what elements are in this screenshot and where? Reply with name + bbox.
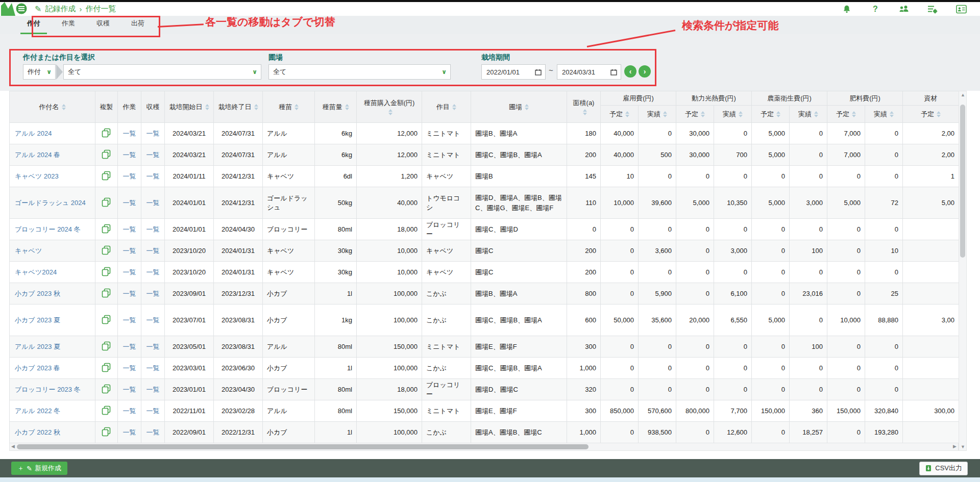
scroll-down-arrow[interactable]: ▼: [961, 444, 965, 449]
copy-button[interactable]: [102, 224, 111, 234]
work-list-link[interactable]: 一覧: [123, 151, 136, 159]
copy-button[interactable]: [102, 427, 111, 437]
work-list-link[interactable]: 一覧: [123, 364, 136, 372]
app-logo-icon[interactable]: [1, 2, 31, 16]
planting-name-link[interactable]: ブロッコリー 2024 冬: [15, 225, 81, 233]
planting-name-link[interactable]: キャベツ: [15, 247, 42, 255]
scroll-right-arrow[interactable]: ▶: [953, 444, 957, 449]
field-select[interactable]: 全て∨: [268, 64, 451, 80]
harvest-list-link[interactable]: 一覧: [146, 268, 160, 276]
harvest-list-link[interactable]: 一覧: [146, 428, 160, 436]
planting-select[interactable]: 全て∨: [63, 64, 261, 80]
subcol-plan[interactable]: 予定: [676, 106, 714, 123]
planting-name-link[interactable]: ブロッコリー 2023 冬: [15, 386, 81, 393]
col-header-field[interactable]: 圃場: [471, 91, 567, 123]
planting-name-link[interactable]: アルル 2022 冬: [15, 407, 60, 415]
work-list-link[interactable]: 一覧: [123, 407, 136, 415]
tab-work[interactable]: 作業: [55, 19, 82, 34]
harvest-list-link[interactable]: 一覧: [146, 407, 160, 415]
csv-export-button[interactable]: CSV出力: [919, 462, 968, 475]
breadcrumb-section[interactable]: 記録作成: [45, 4, 76, 14]
work-list-link[interactable]: 一覧: [123, 268, 136, 276]
work-list-link[interactable]: 一覧: [123, 290, 136, 297]
harvest-list-link[interactable]: 一覧: [146, 290, 160, 297]
planting-name-link[interactable]: ゴールドラッシュ 2024: [15, 199, 86, 207]
col-header-end[interactable]: 栽培終了日: [214, 91, 263, 123]
planting-name-link[interactable]: キャベツ 2023: [15, 172, 59, 180]
harvest-list-link[interactable]: 一覧: [146, 343, 160, 350]
harvest-list-link[interactable]: 一覧: [146, 130, 160, 137]
work-list-link[interactable]: 一覧: [123, 343, 136, 350]
planting-name-link[interactable]: アルル 2024: [15, 130, 52, 137]
tab-harvest[interactable]: 収穫: [90, 19, 116, 34]
subcol-actual[interactable]: 実績: [865, 106, 903, 123]
help-icon[interactable]: ?: [870, 4, 881, 14]
period-to-input[interactable]: 2024/03/31: [557, 64, 621, 80]
horizontal-scroll-thumb[interactable]: [17, 444, 589, 449]
subcol-actual[interactable]: 実績: [639, 106, 676, 123]
copy-button[interactable]: [102, 267, 111, 276]
vertical-scrollbar[interactable]: ▲ ▼: [959, 91, 967, 451]
subcol-plan[interactable]: 予定: [601, 106, 639, 123]
planting-name-link[interactable]: 小カブ 2023 秋: [15, 290, 60, 297]
col-header-seed-cost[interactable]: 種苗購入金額(円): [357, 91, 422, 123]
subcol-plan[interactable]: 予定: [827, 106, 865, 123]
subcol-actual[interactable]: 実績: [790, 106, 827, 123]
planting-name-link[interactable]: アルル 2024 春: [15, 151, 60, 159]
work-list-link[interactable]: 一覧: [123, 316, 136, 324]
tab-shipping[interactable]: 出荷: [125, 19, 151, 34]
work-list-link[interactable]: 一覧: [123, 130, 136, 137]
subcol-actual[interactable]: 実績: [714, 106, 752, 123]
copy-button[interactable]: [102, 149, 111, 159]
vertical-scroll-thumb[interactable]: [960, 105, 965, 258]
col-header-start[interactable]: 栽培開始日: [165, 91, 214, 123]
breadcrumb-page[interactable]: 作付一覧: [85, 4, 116, 14]
subcol-plan[interactable]: 予定: [903, 106, 959, 123]
copy-button[interactable]: [102, 197, 111, 207]
work-list-link[interactable]: 一覧: [123, 386, 136, 393]
copy-button[interactable]: [102, 128, 111, 138]
planting-name-link[interactable]: アルル 2023 夏: [15, 343, 60, 350]
copy-button[interactable]: [102, 315, 111, 324]
col-header-name[interactable]: 作付名: [10, 91, 95, 123]
col-header-seed-qty[interactable]: 種苗量: [315, 91, 357, 123]
harvest-list-link[interactable]: 一覧: [146, 364, 160, 372]
copy-button[interactable]: [102, 405, 111, 415]
copy-button[interactable]: [102, 363, 111, 372]
planting-name-link[interactable]: 小カブ 2023 夏: [15, 316, 60, 324]
scroll-up-arrow[interactable]: ▲: [961, 92, 965, 97]
copy-button[interactable]: [102, 245, 111, 255]
period-from-input[interactable]: 2022/01/01: [481, 64, 546, 80]
account-card-icon[interactable]: [955, 4, 967, 14]
harvest-list-link[interactable]: 一覧: [146, 225, 160, 233]
work-list-link[interactable]: 一覧: [123, 225, 136, 233]
period-prev-button[interactable]: ‹: [624, 65, 636, 78]
copy-button[interactable]: [102, 288, 111, 298]
harvest-list-link[interactable]: 一覧: [146, 316, 160, 324]
horizontal-scrollbar[interactable]: ◀ ▶: [9, 443, 959, 451]
planting-type-select[interactable]: 作付∨: [23, 64, 56, 80]
col-header-seed[interactable]: 種苗: [263, 91, 315, 123]
settings-list-icon[interactable]: [927, 4, 938, 14]
work-list-link[interactable]: 一覧: [123, 247, 136, 255]
copy-button[interactable]: [102, 384, 111, 394]
work-list-link[interactable]: 一覧: [123, 428, 136, 436]
work-list-link[interactable]: 一覧: [123, 199, 136, 207]
col-header-area[interactable]: 面積(a): [567, 91, 601, 123]
users-icon[interactable]: [898, 4, 910, 14]
harvest-list-link[interactable]: 一覧: [146, 151, 160, 159]
work-list-link[interactable]: 一覧: [123, 172, 136, 180]
notification-bell-icon[interactable]: [841, 4, 852, 14]
planting-name-link[interactable]: キャベツ2024: [15, 268, 57, 276]
new-record-button[interactable]: ＋ ✎ 新規作成: [11, 462, 67, 475]
harvest-list-link[interactable]: 一覧: [146, 386, 160, 393]
planting-name-link[interactable]: 小カブ 2023 春: [15, 364, 60, 372]
col-header-crop[interactable]: 作目: [422, 91, 471, 123]
scroll-left-arrow[interactable]: ◀: [11, 444, 15, 449]
copy-button[interactable]: [102, 171, 111, 181]
harvest-list-link[interactable]: 一覧: [146, 172, 160, 180]
period-next-button[interactable]: ›: [639, 65, 651, 78]
tab-planting[interactable]: 作付: [20, 19, 47, 34]
harvest-list-link[interactable]: 一覧: [146, 199, 160, 207]
subcol-plan[interactable]: 予定: [752, 106, 790, 123]
